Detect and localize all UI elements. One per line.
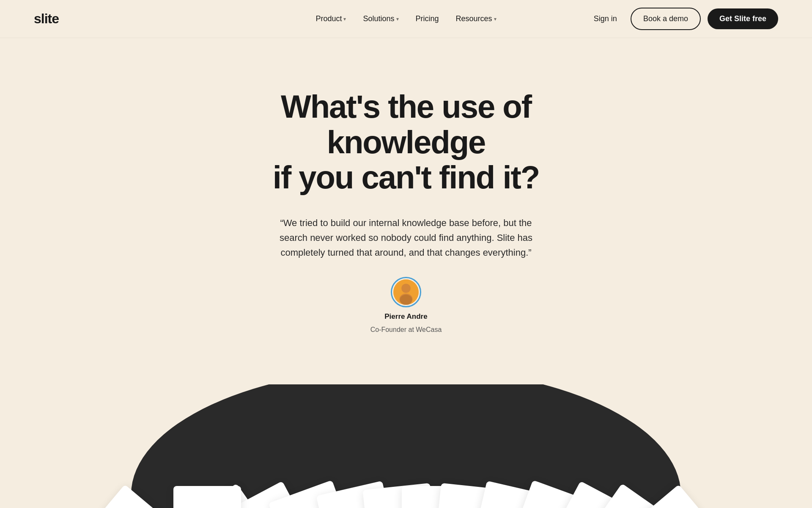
nav-link-pricing[interactable]: Pricing [409, 11, 446, 27]
hero-quote: “We tried to build our internal knowledg… [271, 215, 541, 260]
hero-headline: What's the use of knowledge if you can't… [237, 89, 575, 195]
nav-label-pricing: Pricing [416, 14, 439, 23]
bottom-visual [0, 384, 812, 508]
cards-fan [173, 384, 639, 508]
card-12 [173, 486, 241, 508]
testimonial-author: Pierre Andre Co-Founder at WeCasa [370, 277, 442, 334]
nav-item-solutions: Solutions ▾ [356, 11, 405, 27]
nav-item-resources: Resources ▾ [449, 11, 503, 27]
avatar [391, 277, 421, 307]
nav-link-product[interactable]: Product ▾ [309, 11, 353, 27]
chevron-down-icon: ▾ [494, 16, 497, 22]
hero-headline-line1: What's the use of knowledge [281, 88, 531, 160]
nav-actions: Sign in Book a demo Get Slite free [587, 8, 778, 30]
nav-label-product: Product [315, 14, 342, 23]
avatar-svg [393, 279, 419, 305]
chevron-down-icon: ▾ [396, 16, 399, 22]
author-name: Pierre Andre [384, 312, 427, 321]
nav-link-resources[interactable]: Resources ▾ [449, 11, 503, 27]
nav-links: Product ▾ Solutions ▾ Pricing Resources … [309, 11, 503, 27]
signin-link[interactable]: Sign in [587, 11, 624, 27]
hero-headline-line2: if you can't find it? [273, 159, 539, 195]
chevron-down-icon: ▾ [343, 16, 346, 22]
nav-label-solutions: Solutions [363, 14, 394, 23]
nav-link-solutions[interactable]: Solutions ▾ [356, 11, 405, 27]
nav-label-resources: Resources [456, 14, 492, 23]
avatar-image [393, 279, 419, 305]
nav-item-pricing: Pricing [409, 11, 446, 27]
svg-point-1 [401, 284, 411, 293]
navbar: slite Product ▾ Solutions ▾ Pricing Reso… [0, 0, 812, 38]
get-slite-free-button[interactable]: Get Slite free [708, 8, 778, 29]
book-demo-button[interactable]: Book a demo [631, 8, 701, 30]
svg-point-3 [400, 295, 412, 305]
author-role: Co-Founder at WeCasa [370, 326, 442, 334]
hero-section: What's the use of knowledge if you can't… [0, 38, 812, 359]
logo[interactable]: slite [34, 11, 59, 27]
nav-item-product: Product ▾ [309, 11, 353, 27]
